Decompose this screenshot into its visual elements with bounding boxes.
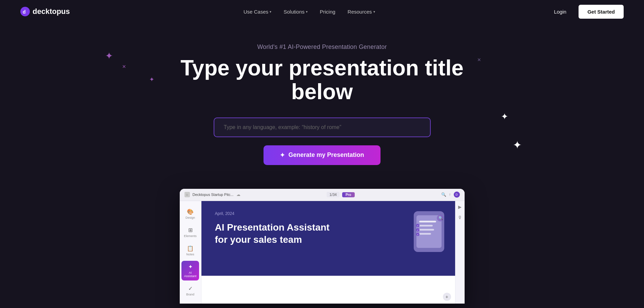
add-slide-button[interactable]: + — [443, 293, 451, 301]
logo-text: decktopus — [33, 7, 70, 16]
mic-toolbar-icon[interactable]: 🎙 — [458, 215, 462, 220]
slide-illustration: ✓ ✓ ✓ 🔍 — [387, 208, 454, 269]
svg-text:✓: ✓ — [417, 224, 419, 227]
notes-icon: 📋 — [187, 245, 194, 252]
svg-rect-6 — [419, 229, 434, 231]
design-icon: 🎨 — [187, 209, 194, 215]
navbar-actions: Login Get Started — [548, 5, 624, 19]
sidebar-item-ai[interactable]: ✦ AI Assistant — [181, 261, 199, 280]
hero-section: ✦ ✕ ✦ ✕ ✦ ✦ World's #1 AI-Powered Presen… — [0, 23, 644, 179]
sidebar-item-notes[interactable]: 📋 Notes — [181, 242, 199, 259]
sidebar-item-brand[interactable]: ✓ Brand — [181, 283, 199, 299]
slide-toolbar: ▶ 🎙 — [455, 201, 465, 304]
nav-item-use-cases[interactable]: Use Cases ▾ — [243, 9, 271, 15]
star-decoration-2: ✕ — [122, 64, 126, 69]
nav-item-solutions[interactable]: Solutions ▾ — [284, 9, 308, 15]
sidebar-item-elements[interactable]: ⊞ Elements — [181, 224, 199, 240]
preview-browser: ⌂ Decktopus Startup Pitc... ☁ 1/34 Pro 🔍… — [180, 189, 465, 304]
ai-icon: ✦ — [188, 264, 193, 270]
user-avatar[interactable]: D — [454, 192, 460, 198]
sidebar-item-design[interactable]: 🎨 Design — [181, 206, 199, 222]
logo[interactable]: d decktopus — [20, 7, 70, 16]
svg-rect-7 — [419, 233, 431, 235]
browser-tab-label: Decktopus Startup Pitc... — [193, 193, 234, 197]
brand-icon: ✓ — [188, 285, 193, 292]
preview-section: ⌂ Decktopus Startup Pitc... ☁ 1/34 Pro 🔍… — [0, 179, 644, 304]
sparkle-icon: ✦ — [280, 151, 285, 159]
chevron-down-icon: ▾ — [270, 10, 271, 14]
svg-rect-4 — [419, 221, 436, 222]
browser-topbar-left: ⌂ Decktopus Startup Pitc... ☁ — [184, 192, 240, 197]
nav-item-resources[interactable]: Resources ▾ — [348, 9, 375, 15]
generate-button-label: Generate my Presentation — [288, 151, 364, 159]
chevron-down-icon: ▾ — [306, 10, 308, 14]
browser-topbar: ⌂ Decktopus Startup Pitc... ☁ 1/34 Pro 🔍… — [180, 189, 465, 201]
generate-button[interactable]: ✦ Generate my Presentation — [264, 145, 380, 165]
logo-icon: d — [20, 7, 30, 16]
home-icon: ⌂ — [184, 192, 190, 197]
hero-subtitle: World's #1 AI-Powered Presentation Gener… — [257, 43, 387, 51]
nav-item-pricing[interactable]: Pricing — [320, 9, 335, 15]
svg-text:✓: ✓ — [417, 229, 419, 231]
illustration-svg: ✓ ✓ ✓ 🔍 — [387, 208, 454, 269]
get-started-button[interactable]: Get Started — [579, 5, 624, 19]
share-icon[interactable]: ↑ — [449, 192, 451, 197]
star-decoration-1: ✦ — [105, 50, 113, 61]
star-decoration-3: ✦ — [149, 76, 154, 83]
star-decoration-6: ✦ — [513, 139, 522, 151]
svg-text:d: d — [23, 9, 26, 15]
svg-text:🔍: 🔍 — [438, 216, 443, 220]
elements-icon: ⊞ — [188, 227, 193, 233]
login-button[interactable]: Login — [548, 6, 572, 17]
editor-sidebar: 🎨 Design ⊞ Elements 📋 Notes ✦ AI Assista… — [180, 201, 201, 304]
browser-topbar-right: 🔍 ↑ D — [441, 192, 460, 198]
presentation-title-input[interactable] — [214, 117, 431, 137]
main-content: April, 2024 AI Presentation Assistant fo… — [201, 201, 465, 304]
hero-title: Type your presentation title below — [170, 56, 475, 104]
svg-rect-5 — [419, 225, 433, 227]
page-indicator: 1/34 — [327, 192, 339, 197]
navbar: d decktopus Use Cases ▾ Solutions ▾ Pric… — [0, 0, 644, 23]
hero-input-wrapper — [214, 117, 431, 137]
cloud-icon: ☁ — [236, 192, 240, 197]
svg-text:✓: ✓ — [417, 233, 419, 236]
chevron-down-icon: ▾ — [373, 10, 375, 14]
star-decoration-4: ✕ — [477, 57, 481, 62]
navbar-nav: Use Cases ▾ Solutions ▾ Pricing Resource… — [243, 9, 375, 15]
star-decoration-5: ✦ — [501, 111, 508, 122]
play-toolbar-icon[interactable]: ▶ — [458, 204, 462, 210]
browser-body: 🎨 Design ⊞ Elements 📋 Notes ✦ AI Assista… — [180, 201, 465, 304]
slide-title: AI Presentation Assistant for your sales… — [215, 221, 344, 246]
browser-topbar-center: 1/34 Pro — [327, 192, 354, 197]
slide-area: April, 2024 AI Presentation Assistant fo… — [201, 201, 465, 276]
search-icon[interactable]: 🔍 — [441, 192, 446, 197]
play-button[interactable]: Pro — [342, 192, 355, 197]
